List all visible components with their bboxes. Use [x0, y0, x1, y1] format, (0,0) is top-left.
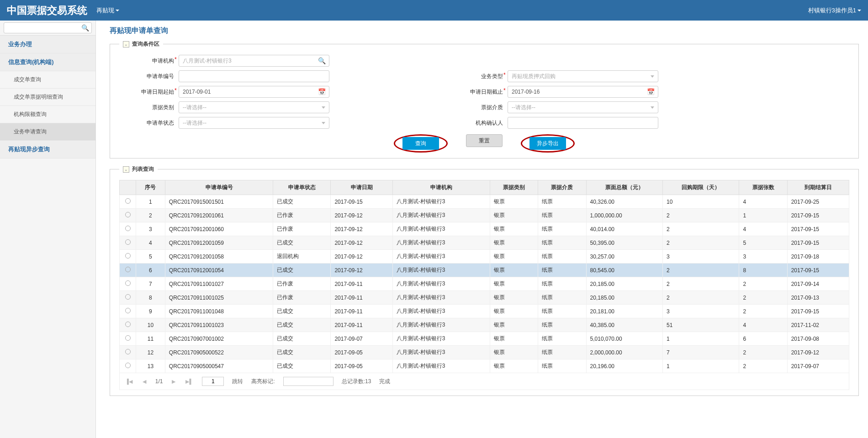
cell-date: 2017-09-11: [331, 291, 392, 305]
pager-next[interactable]: ▶: [171, 379, 176, 385]
select-apply-status[interactable]: --请选择--: [179, 117, 329, 129]
cell-medium: 纸票: [538, 222, 586, 236]
input-date-to[interactable]: [508, 86, 658, 98]
nav-item[interactable]: 业务办理: [0, 36, 95, 53]
cell-medium: 纸票: [538, 236, 586, 250]
collapse-icon[interactable]: ⌄: [123, 41, 129, 47]
table-row[interactable]: 1QRC20170915001501已成交2017-09-15八月测试-村镇银行…: [120, 195, 849, 209]
label-apply-org: 申请机构: [119, 57, 179, 65]
pager-highlight-input[interactable]: [283, 377, 333, 386]
table-header: 序号: [136, 180, 165, 195]
user-dropdown[interactable]: 村镇银行3操作员1: [808, 6, 861, 15]
cell-settle: 2017-09-15: [787, 236, 849, 250]
table-row[interactable]: 3QRC20170912001060已作废2017-09-12八月测试-村镇银行…: [120, 222, 849, 236]
row-radio[interactable]: [125, 226, 131, 231]
table-row[interactable]: 6QRC20170912001054已成交2017-09-12八月测试-村镇银行…: [120, 264, 849, 277]
cell-medium: 纸票: [538, 250, 586, 264]
row-radio[interactable]: [125, 294, 131, 300]
pager-page-input[interactable]: [202, 377, 224, 386]
row-radio[interactable]: [125, 212, 131, 217]
cell-medium: 纸票: [538, 209, 586, 222]
table-row[interactable]: 12QRC20170905000522已成交2017-09-05八月测试-村镇银…: [120, 346, 849, 359]
cell-term: 2: [663, 209, 739, 222]
cell-settle: 2017-09-15: [787, 264, 849, 277]
pager: ▐◀ ◀ 1/1 ▶ ▶▌ 跳转 高亮标记: 总记录数:13 完成: [119, 373, 849, 390]
cell-class: 银票: [490, 222, 538, 236]
nav-item[interactable]: 成交单查询: [0, 71, 95, 89]
cell-amount: 40,014.00: [586, 222, 662, 236]
row-radio[interactable]: [125, 280, 131, 286]
pager-first[interactable]: ▐◀: [124, 379, 133, 385]
label-date-to: 申请日期截止: [448, 88, 508, 96]
cell-status: 已成交: [273, 195, 331, 209]
cell-no: QRC20170912001061: [165, 209, 273, 222]
row-radio[interactable]: [125, 349, 131, 354]
select-ticket-class[interactable]: --请选择--: [179, 101, 329, 113]
app-title: 中国票据交易系统: [7, 4, 87, 17]
pager-jump[interactable]: 跳转: [232, 378, 243, 385]
nav-item[interactable]: 业务申请查询: [0, 123, 95, 141]
row-radio[interactable]: [125, 253, 131, 259]
cell-seq: 8: [136, 291, 165, 305]
table-row[interactable]: 2QRC20170912001061已作废2017-09-12八月测试-村镇银行…: [120, 209, 849, 222]
row-radio[interactable]: [125, 198, 131, 204]
header-menu-dropdown[interactable]: 再贴现: [96, 6, 119, 15]
table-row[interactable]: 4QRC20170912001059已成交2017-09-12八月测试-村镇银行…: [120, 236, 849, 250]
row-radio[interactable]: [125, 267, 131, 272]
input-date-from[interactable]: [179, 86, 329, 98]
cell-term: 2: [663, 222, 739, 236]
table-row[interactable]: 9QRC20170911001048已成交2017-09-11八月测试-村镇银行…: [120, 305, 849, 318]
row-radio[interactable]: [125, 322, 131, 327]
cell-no: QRC20170911001025: [165, 291, 273, 305]
nav-item[interactable]: 机构限额查询: [0, 106, 95, 123]
cell-count: 4: [739, 222, 787, 236]
cell-date: 2017-09-12: [331, 236, 392, 250]
nav-list: 业务办理信息查询(机构端)成交单查询成交单票据明细查询机构限额查询业务申请查询再…: [0, 36, 95, 158]
row-radio[interactable]: [125, 239, 131, 245]
cell-term: 2: [663, 236, 739, 250]
pager-status: 完成: [379, 378, 390, 385]
cell-class: 银票: [490, 291, 538, 305]
cell-org: 八月测试-村镇银行3: [392, 209, 490, 222]
search-icon[interactable]: 🔍: [81, 24, 89, 32]
cell-settle: 2017-09-15: [787, 209, 849, 222]
nav-item[interactable]: 成交单票据明细查询: [0, 89, 95, 106]
table-row[interactable]: 11QRC20170907001002已成交2017-09-07八月测试-村镇银…: [120, 332, 849, 346]
table-row[interactable]: 8QRC20170911001025已作废2017-09-11八月测试-村镇银行…: [120, 291, 849, 305]
cell-amount: 20,181.00: [586, 305, 662, 318]
table-row[interactable]: 7QRC20170911001027已作废2017-09-11八月测试-村镇银行…: [120, 277, 849, 291]
select-ticket-medium[interactable]: --请选择--: [508, 101, 658, 113]
input-apply-org[interactable]: [179, 55, 329, 67]
table-row[interactable]: 5QRC20170912001058退回机构2017-09-12八月测试-村镇银…: [120, 250, 849, 264]
cell-amount: 40,326.00: [586, 195, 662, 209]
row-radio[interactable]: [125, 308, 131, 313]
query-legend: ⌄ 查询条件区: [119, 40, 163, 48]
row-radio[interactable]: [125, 363, 131, 368]
cell-seq: 4: [136, 236, 165, 250]
table-row[interactable]: 10QRC20170911001023已成交2017-09-11八月测试-村镇银…: [120, 318, 849, 332]
pager-prev[interactable]: ◀: [142, 379, 147, 385]
cell-class: 银票: [490, 250, 538, 264]
input-org-confirm[interactable]: [508, 117, 658, 129]
cell-count: 2: [739, 291, 787, 305]
cell-medium: 纸票: [538, 332, 586, 346]
cell-no: QRC20170912001059: [165, 236, 273, 250]
cell-date: 2017-09-12: [331, 250, 392, 264]
input-apply-no[interactable]: [179, 70, 329, 82]
chevron-down-icon: [651, 75, 654, 78]
pager-last[interactable]: ▶▌: [185, 379, 194, 385]
export-button[interactable]: 异步导出: [529, 137, 566, 150]
reset-button[interactable]: 重置: [466, 134, 503, 147]
table-row[interactable]: 13QRC20170905000547已成交2017-09-05八月测试-村镇银…: [120, 359, 849, 373]
sidebar-search-input[interactable]: [4, 22, 92, 33]
table-header: 申请单编号: [165, 180, 273, 195]
query-button[interactable]: 查询: [402, 137, 439, 150]
cell-medium: 纸票: [538, 359, 586, 373]
select-biz-type[interactable]: 再贴现质押式回购: [508, 70, 658, 82]
row-radio[interactable]: [125, 335, 131, 341]
collapse-icon[interactable]: ⌄: [123, 166, 129, 173]
cell-date: 2017-09-12: [331, 264, 392, 277]
nav-item[interactable]: 信息查询(机构端): [0, 53, 95, 71]
nav-item[interactable]: 再贴现异步查询: [0, 141, 95, 158]
cell-class: 银票: [490, 346, 538, 359]
